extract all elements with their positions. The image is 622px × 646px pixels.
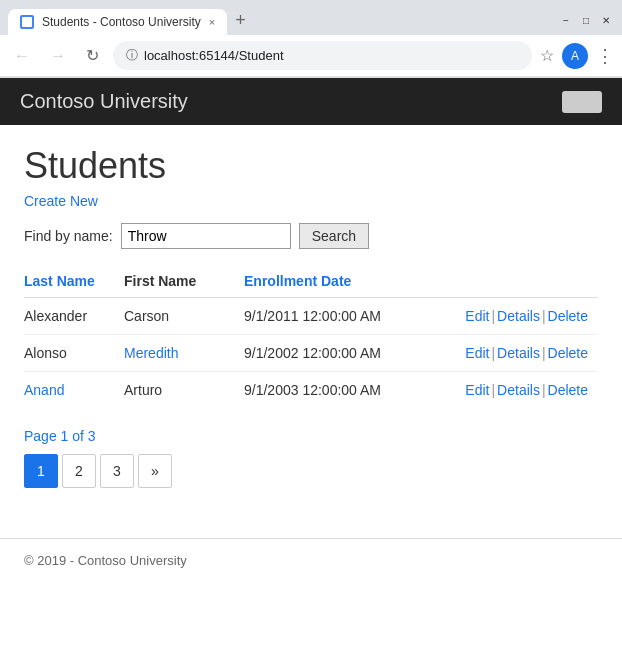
cell-enrollment-date: 9/1/2003 12:00:00 AM bbox=[244, 372, 424, 409]
back-button[interactable]: ← bbox=[8, 45, 36, 67]
refresh-button[interactable]: ↻ bbox=[80, 44, 105, 67]
page-title: Students bbox=[24, 145, 598, 187]
details-link-3[interactable]: Details bbox=[497, 382, 540, 398]
active-tab: Students - Contoso University × bbox=[8, 9, 227, 35]
forward-button[interactable]: → bbox=[44, 45, 72, 67]
cell-last-name: Alexander bbox=[24, 298, 124, 335]
browser-chrome: Students - Contoso University × + − □ ✕ … bbox=[0, 0, 622, 78]
create-new-link[interactable]: Create New bbox=[24, 193, 98, 209]
cell-enrollment-date: 9/1/2002 12:00:00 AM bbox=[244, 335, 424, 372]
profile-icon[interactable]: A bbox=[562, 43, 588, 69]
app-header: Contoso University bbox=[0, 78, 622, 125]
cell-enrollment-date: 9/1/2011 12:00:00 AM bbox=[244, 298, 424, 335]
app-title: Contoso University bbox=[20, 90, 188, 113]
page-btn-2[interactable]: 2 bbox=[62, 454, 96, 488]
address-bar[interactable]: ⓘ localhost:65144/Student bbox=[113, 41, 532, 70]
details-link-1[interactable]: Details bbox=[497, 308, 540, 324]
main-content: Students Create New Find by name: Search… bbox=[0, 125, 622, 528]
edit-link-2[interactable]: Edit bbox=[465, 345, 489, 361]
edit-link-1[interactable]: Edit bbox=[465, 308, 489, 324]
footer-text: © 2019 - Contoso University bbox=[24, 553, 187, 568]
address-bar-row: ← → ↻ ⓘ localhost:65144/Student ☆ A ⋮ bbox=[0, 35, 622, 77]
pagination-info: Page 1 of 3 bbox=[24, 428, 598, 444]
tab-strip: Students - Contoso University × + bbox=[8, 6, 254, 35]
table-row: Alexander Carson 9/1/2011 12:00:00 AM Ed… bbox=[24, 298, 598, 335]
cell-last-name: Anand bbox=[24, 372, 124, 409]
address-text: localhost:65144/Student bbox=[144, 48, 519, 63]
details-link-2[interactable]: Details bbox=[497, 345, 540, 361]
delete-link-3[interactable]: Delete bbox=[548, 382, 588, 398]
search-input[interactable] bbox=[121, 223, 291, 249]
page-btn-1[interactable]: 1 bbox=[24, 454, 58, 488]
maximize-button[interactable]: □ bbox=[578, 13, 594, 29]
col-header-first-name: First Name bbox=[124, 265, 244, 298]
page-footer: © 2019 - Contoso University bbox=[0, 538, 622, 582]
cell-actions: Edit|Details|Delete bbox=[424, 372, 598, 409]
cell-actions: Edit|Details|Delete bbox=[424, 335, 598, 372]
new-tab-button[interactable]: + bbox=[227, 6, 254, 35]
table-body: Alexander Carson 9/1/2011 12:00:00 AM Ed… bbox=[24, 298, 598, 409]
cell-first-name: Carson bbox=[124, 298, 244, 335]
search-button[interactable]: Search bbox=[299, 223, 369, 249]
lock-icon: ⓘ bbox=[126, 47, 138, 64]
search-label: Find by name: bbox=[24, 228, 113, 244]
search-row: Find by name: Search bbox=[24, 223, 598, 249]
tab-title: Students - Contoso University bbox=[42, 15, 201, 29]
window-controls: − □ ✕ bbox=[558, 13, 614, 29]
delete-link-2[interactable]: Delete bbox=[548, 345, 588, 361]
edit-link-3[interactable]: Edit bbox=[465, 382, 489, 398]
minimize-button[interactable]: − bbox=[558, 13, 574, 29]
cell-last-name: Alonso bbox=[24, 335, 124, 372]
cell-first-name: Arturo bbox=[124, 372, 244, 409]
students-table: Last Name First Name Enrollment Date Ale… bbox=[24, 265, 598, 408]
col-header-actions bbox=[424, 265, 598, 298]
col-header-last-name[interactable]: Last Name bbox=[24, 265, 124, 298]
col-header-enrollment-date[interactable]: Enrollment Date bbox=[244, 265, 424, 298]
tab-favicon bbox=[20, 15, 34, 29]
tab-close-button[interactable]: × bbox=[209, 16, 215, 28]
cell-first-name: Meredith bbox=[124, 335, 244, 372]
table-row: Alonso Meredith 9/1/2002 12:00:00 AM Edi… bbox=[24, 335, 598, 372]
title-bar: Students - Contoso University × + − □ ✕ bbox=[0, 0, 622, 35]
header-toggle[interactable] bbox=[562, 91, 602, 113]
page-btn-3[interactable]: 3 bbox=[100, 454, 134, 488]
browser-menu-icon[interactable]: ⋮ bbox=[596, 45, 614, 67]
page-btn-next[interactable]: » bbox=[138, 454, 172, 488]
delete-link-1[interactable]: Delete bbox=[548, 308, 588, 324]
close-button[interactable]: ✕ bbox=[598, 13, 614, 29]
bookmark-icon[interactable]: ☆ bbox=[540, 46, 554, 65]
cell-actions: Edit|Details|Delete bbox=[424, 298, 598, 335]
table-row: Anand Arturo 9/1/2003 12:00:00 AM Edit|D… bbox=[24, 372, 598, 409]
svg-rect-0 bbox=[22, 17, 32, 27]
pagination-controls: 1 2 3 » bbox=[24, 454, 598, 488]
table-header: Last Name First Name Enrollment Date bbox=[24, 265, 598, 298]
